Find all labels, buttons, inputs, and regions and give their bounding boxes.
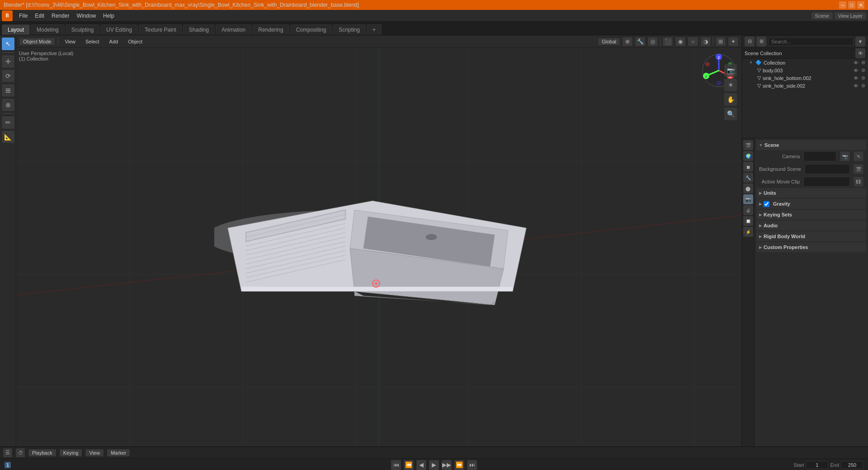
prop-render-icon[interactable]: 📷: [743, 194, 753, 204]
tool-rotate[interactable]: ⟳: [1, 69, 15, 83]
timeline-editor-type-btn[interactable]: ⏱: [15, 448, 25, 458]
viewport-view-menu[interactable]: View: [61, 38, 79, 45]
tool-transform[interactable]: ⊗: [1, 98, 15, 112]
outliner-item-sinkhole-side[interactable]: ▽ sink_hole_side.002 👁 ⊚: [742, 82, 868, 89]
keying-sets-header[interactable]: ▶ Keying Sets: [756, 210, 866, 220]
prev-keyframe-btn[interactable]: ⏪: [403, 460, 414, 470]
transform-pivot-btn[interactable]: ⊕: [622, 37, 633, 47]
panel-btn-2[interactable]: ⊞: [756, 37, 766, 47]
scene-section-header[interactable]: ▼ Scene: [756, 140, 866, 150]
vis-icon-3[interactable]: ⊚: [861, 75, 865, 81]
vis-icon-4[interactable]: ⊚: [861, 83, 865, 89]
prop-object-icon[interactable]: ◼: [743, 162, 753, 172]
tab-add[interactable]: +: [367, 24, 382, 35]
global-space-dropdown[interactable]: Global: [598, 38, 620, 46]
menu-render[interactable]: Render: [48, 12, 73, 20]
viewport-shading-wire[interactable]: ⬛: [662, 37, 673, 47]
movie-clip-value[interactable]: [803, 177, 850, 187]
eye-icon-2[interactable]: 👁: [854, 68, 859, 73]
outliner-item-body003[interactable]: ▽ body.003 👁 ⊚: [742, 66, 868, 74]
scene-name[interactable]: Scene: [811, 12, 833, 19]
maximize-button[interactable]: □: [848, 1, 855, 9]
prop-modifier-icon[interactable]: 🔧: [743, 173, 753, 183]
eye-icon[interactable]: 👁: [854, 60, 859, 66]
rigid-body-header[interactable]: ▶ Rigid Body World: [756, 231, 866, 241]
scene-3d[interactable]: User Perspective (Local) (1) Collection …: [16, 48, 741, 446]
tool-move[interactable]: ✛: [1, 55, 15, 68]
tab-scripting[interactable]: Scripting: [333, 24, 366, 35]
playback-btn[interactable]: Playback: [28, 449, 57, 457]
start-frame-val[interactable]: 1: [806, 461, 828, 469]
close-button[interactable]: ✕: [857, 1, 864, 9]
light-gizmo[interactable]: ☀: [724, 79, 737, 91]
viewport-object-menu[interactable]: Object: [124, 38, 146, 45]
hide-icon[interactable]: ⊚: [861, 60, 865, 66]
outliner-item-sinkhole-bottom[interactable]: ▽ sink_hole_bottom.002 👁 ⊚: [742, 74, 868, 82]
tool-scale[interactable]: ⊞: [1, 84, 15, 97]
tab-layout[interactable]: Layout: [2, 24, 30, 35]
tab-animation[interactable]: Animation: [216, 24, 251, 35]
marker-btn[interactable]: Marker: [107, 449, 130, 457]
tab-modeling[interactable]: Modeling: [31, 24, 65, 35]
viewport-3d[interactable]: Object Mode View Select Add Object Globa…: [16, 35, 741, 446]
outliner-item-collection-root[interactable]: ▼ 🔷 Collection 👁 ⊚: [742, 59, 868, 66]
menu-window[interactable]: Window: [73, 12, 99, 20]
menu-help[interactable]: Help: [99, 12, 118, 20]
snap-btn[interactable]: 🔧: [635, 37, 646, 47]
step-back-btn[interactable]: ◀: [416, 460, 427, 470]
units-header[interactable]: ▶ Units: [756, 188, 866, 198]
current-frame-display[interactable]: 1: [5, 462, 11, 468]
outliner[interactable]: Scene Collection 👁 ▼ 🔷 Collection 👁 ⊚ ▽ …: [742, 48, 868, 138]
viewport-shading-solid[interactable]: ◉: [675, 37, 686, 47]
tab-compositing[interactable]: Compositing: [290, 24, 332, 35]
tab-uv-editing[interactable]: UV Editing: [100, 24, 138, 35]
custom-props-header[interactable]: ▶ Custom Properties: [756, 242, 866, 252]
camera-edit-btn[interactable]: ✎: [854, 151, 863, 161]
viewport-overlays-btn[interactable]: ⊞: [715, 37, 726, 47]
gravity-checkbox[interactable]: [764, 201, 769, 207]
outliner-eye-btn[interactable]: 👁: [855, 48, 865, 58]
prop-scene-icon[interactable]: 🎬: [743, 140, 753, 150]
prop-view-layer-icon[interactable]: 🔲: [743, 216, 753, 226]
minimize-button[interactable]: ─: [839, 1, 846, 9]
view-layer-name[interactable]: View Layer: [835, 12, 866, 19]
tool-measure[interactable]: 📐: [1, 130, 15, 144]
eye-icon-3[interactable]: 👁: [854, 75, 859, 81]
panel-filter-btn[interactable]: ▼: [855, 37, 865, 47]
prop-material-icon[interactable]: ⬤: [743, 183, 753, 193]
camera-gizmo[interactable]: 📷: [724, 64, 737, 77]
viewport-shading-material[interactable]: ○: [688, 37, 698, 47]
view-btn[interactable]: View: [85, 449, 104, 457]
viewport-shading-render[interactable]: ◑: [700, 37, 711, 47]
audio-header[interactable]: ▶ Audio: [756, 221, 866, 230]
tab-rendering[interactable]: Rendering: [252, 24, 289, 35]
tab-sculpting[interactable]: Sculpting: [66, 24, 99, 35]
gravity-header[interactable]: ▶ Gravity: [756, 199, 866, 209]
tool-select[interactable]: ↖: [1, 37, 15, 51]
step-forward-btn[interactable]: ▶▶: [441, 460, 452, 470]
tool-annotate[interactable]: ✏: [1, 116, 15, 129]
prop-output-icon[interactable]: 🖨: [743, 205, 753, 215]
play-btn[interactable]: ▶: [429, 460, 439, 470]
eye-icon-4[interactable]: 👁: [854, 83, 859, 89]
object-mode-dropdown[interactable]: Object Mode: [19, 38, 55, 46]
outliner-search[interactable]: [768, 38, 854, 46]
movie-clip-btn[interactable]: 🎞: [854, 177, 863, 187]
jump-end-btn[interactable]: ⏭: [467, 460, 477, 470]
menu-file[interactable]: File: [15, 12, 31, 20]
bg-scene-btn[interactable]: 🎬: [854, 164, 863, 174]
jump-start-btn[interactable]: ⏮: [391, 460, 401, 470]
zoom-gizmo[interactable]: 🔍: [724, 108, 737, 120]
tab-texture-paint[interactable]: Texture Paint: [139, 24, 182, 35]
camera-btn[interactable]: 📷: [840, 151, 850, 161]
grab-gizmo[interactable]: ✋: [724, 93, 737, 106]
proportional-btn[interactable]: ◎: [647, 37, 658, 47]
viewport-add-menu[interactable]: Add: [106, 38, 122, 45]
panel-btn-1[interactable]: ⊟: [745, 37, 755, 47]
viewport-select-menu[interactable]: Select: [82, 38, 103, 45]
camera-value[interactable]: [803, 151, 836, 161]
menu-edit[interactable]: Edit: [31, 12, 48, 20]
keying-btn[interactable]: Keying: [59, 449, 83, 457]
prop-world-icon[interactable]: 🌍: [743, 151, 753, 161]
tab-shading[interactable]: Shading: [183, 24, 215, 35]
